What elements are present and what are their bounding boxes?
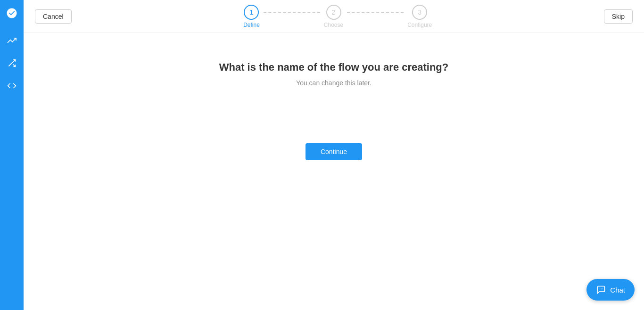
- step-2: 2 Choose: [324, 5, 343, 28]
- sidebar-item-code[interactable]: [2, 76, 21, 95]
- stepper: 1 Define 2 Choose 3 Configure: [72, 5, 604, 28]
- chat-label: Chat: [610, 286, 625, 294]
- content-area: What is the name of the flow you are cre…: [24, 33, 644, 310]
- svg-point-3: [601, 289, 602, 290]
- sidebar-item-flow[interactable]: [2, 54, 21, 73]
- step-2-circle: 2: [326, 5, 341, 20]
- logo: [3, 5, 20, 22]
- step-connector-2-3: [347, 12, 404, 13]
- step-3-label: Configure: [407, 22, 432, 28]
- svg-point-4: [602, 289, 603, 290]
- main-content: Cancel 1 Define 2 Choose 3 Configure Ski…: [24, 0, 644, 310]
- step-1-label: Define: [243, 22, 260, 28]
- step-2-label: Choose: [324, 22, 343, 28]
- sidebar-item-analytics[interactable]: [2, 31, 21, 50]
- step-connector-1-2: [264, 12, 320, 13]
- svg-point-2: [600, 289, 601, 290]
- step-1: 1 Define: [243, 5, 260, 28]
- continue-button[interactable]: Continue: [305, 143, 362, 160]
- page-title: What is the name of the flow you are cre…: [219, 61, 449, 73]
- subtitle-text: You can change this later.: [296, 79, 372, 87]
- chat-button[interactable]: Chat: [586, 279, 635, 301]
- step-3-circle: 3: [412, 5, 427, 20]
- chat-icon: [596, 285, 606, 295]
- header: Cancel 1 Define 2 Choose 3 Configure Ski…: [24, 0, 644, 33]
- sidebar: [0, 0, 24, 310]
- cancel-button[interactable]: Cancel: [35, 9, 72, 24]
- step-1-circle: 1: [244, 5, 259, 20]
- skip-button[interactable]: Skip: [604, 9, 633, 24]
- step-3: 3 Configure: [407, 5, 432, 28]
